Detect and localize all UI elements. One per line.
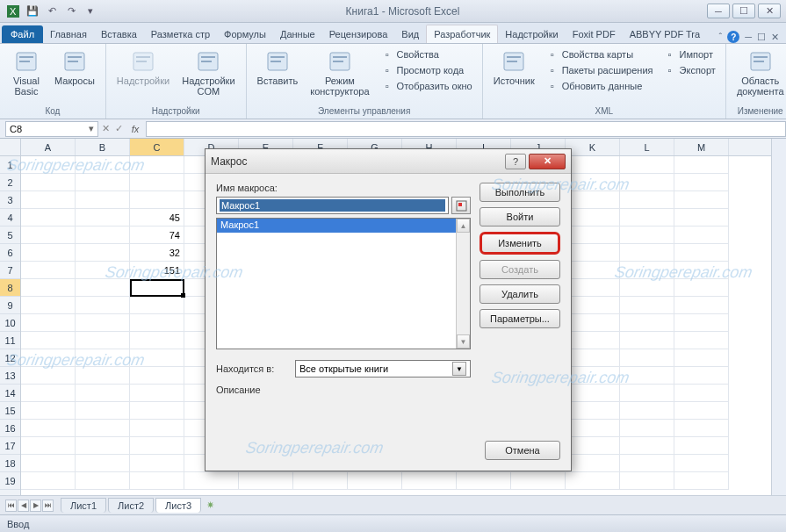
cell-C14[interactable] [130, 385, 184, 402]
cell-M14[interactable] [674, 385, 729, 402]
macro-list-scrollbar[interactable]: ▲ ▼ [456, 219, 470, 349]
cell-L13[interactable] [620, 367, 674, 385]
cell-K19[interactable] [566, 472, 620, 490]
cell-A9[interactable] [21, 297, 76, 314]
dropdown-icon[interactable]: ▼ [452, 362, 466, 376]
name-box[interactable]: C8 ▾ [5, 121, 98, 137]
cell-L19[interactable] [620, 472, 674, 490]
macros-button[interactable]: Макросы [51, 47, 98, 88]
cell-K10[interactable] [566, 314, 620, 332]
row-header-9[interactable]: 9 [0, 297, 20, 314]
refresh-data-button[interactable]: ▫Обновить данные [544, 79, 656, 93]
cell-M8[interactable] [674, 279, 729, 297]
cell-K8[interactable] [566, 279, 620, 297]
cell-A14[interactable] [21, 385, 76, 402]
col-header-L[interactable]: L [620, 139, 674, 155]
cell-A7[interactable] [21, 262, 76, 279]
cell-E19[interactable] [239, 472, 293, 490]
edit-button[interactable]: Изменить [480, 232, 560, 255]
cell-C7[interactable]: 151 [130, 262, 184, 279]
cell-L18[interactable] [620, 455, 674, 472]
cell-M5[interactable] [674, 226, 729, 244]
undo-icon[interactable]: ↶ [44, 4, 60, 19]
tab-разметка стр[interactable]: Разметка стр [144, 25, 217, 43]
cell-C5[interactable]: 74 [130, 226, 184, 244]
tab-file[interactable]: Файл [2, 25, 43, 43]
cell-B16[interactable] [76, 420, 130, 437]
cell-M10[interactable] [674, 314, 729, 332]
maximize-button[interactable]: ☐ [732, 4, 755, 18]
cell-B14[interactable] [76, 385, 130, 402]
sheet-last-icon[interactable]: ⏭ [42, 500, 54, 512]
cell-L17[interactable] [620, 437, 674, 455]
cell-C15[interactable] [130, 402, 184, 420]
row-header-15[interactable]: 15 [0, 402, 20, 420]
row-header-6[interactable]: 6 [0, 244, 20, 262]
cell-M19[interactable] [674, 472, 729, 490]
import-button[interactable]: ▫Импорт [661, 47, 718, 61]
cell-K3[interactable] [566, 191, 620, 209]
cell-A11[interactable] [21, 332, 76, 349]
cell-K12[interactable] [566, 349, 620, 367]
tab-разработчик[interactable]: Разработчик [426, 25, 498, 43]
tab-рецензирова[interactable]: Рецензирова [322, 25, 395, 43]
cell-L12[interactable] [620, 349, 674, 367]
cell-C3[interactable] [130, 191, 184, 209]
cell-M11[interactable] [674, 332, 729, 349]
row-header-10[interactable]: 10 [0, 314, 20, 332]
cancel-formula-icon[interactable]: ✕ [98, 123, 113, 134]
cell-C17[interactable] [130, 437, 184, 455]
cell-C12[interactable] [130, 349, 184, 367]
map-props-button[interactable]: ▫Свойства карты [544, 47, 656, 61]
view-code-button[interactable]: ▫Просмотр кода [379, 63, 475, 77]
cell-M6[interactable] [674, 244, 729, 262]
sheet-next-icon[interactable]: ▶ [30, 500, 41, 512]
subwin-min-icon[interactable]: ─ [745, 32, 752, 42]
close-button[interactable]: ✕ [758, 4, 781, 18]
subwin-max-icon[interactable]: ☐ [757, 32, 766, 43]
step-into-button[interactable]: Войти [480, 207, 560, 226]
col-header-B[interactable]: B [76, 139, 130, 155]
cell-K6[interactable] [566, 244, 620, 262]
cell-L11[interactable] [620, 332, 674, 349]
redo-icon[interactable]: ↷ [63, 4, 79, 19]
macro-list[interactable]: Макрос1 ▲ ▼ [216, 218, 471, 349]
row-header-7[interactable]: 7 [0, 262, 20, 279]
cell-B3[interactable] [76, 191, 130, 209]
sheet-tab-Лист3[interactable]: Лист3 [155, 498, 201, 513]
accept-formula-icon[interactable]: ✓ [113, 123, 125, 134]
sheet-first-icon[interactable]: ⏮ [5, 500, 17, 512]
cell-K15[interactable] [566, 402, 620, 420]
cell-L2[interactable] [620, 174, 674, 191]
cell-A10[interactable] [21, 314, 76, 332]
cell-M2[interactable] [674, 174, 729, 191]
tab-вставка[interactable]: Вставка [94, 25, 144, 43]
cell-L14[interactable] [620, 385, 674, 402]
new-sheet-icon[interactable]: ✷ [206, 500, 214, 511]
cell-A1[interactable] [21, 156, 76, 174]
row-header-11[interactable]: 11 [0, 332, 20, 349]
delete-button[interactable]: Удалить [480, 284, 560, 304]
cell-K13[interactable] [566, 367, 620, 385]
cell-K14[interactable] [566, 385, 620, 402]
cell-B13[interactable] [76, 367, 130, 385]
dialog-close-button[interactable]: ✕ [529, 154, 566, 169]
cell-B2[interactable] [76, 174, 130, 191]
cell-B8[interactable] [76, 279, 130, 297]
cell-M12[interactable] [674, 349, 729, 367]
cell-B7[interactable] [76, 262, 130, 279]
tab-надстройки[interactable]: Надстройки [498, 25, 565, 43]
cell-L4[interactable] [620, 209, 674, 226]
cell-C18[interactable] [130, 455, 184, 472]
cell-A5[interactable] [21, 226, 76, 244]
document-panel-button[interactable]: Область документа [733, 47, 786, 98]
cell-L6[interactable] [620, 244, 674, 262]
cell-L3[interactable] [620, 191, 674, 209]
cell-C16[interactable] [130, 420, 184, 437]
col-header-M[interactable]: M [674, 139, 729, 155]
cell-B6[interactable] [76, 244, 130, 262]
minimize-ribbon-icon[interactable]: ˆ [719, 32, 723, 42]
save-icon[interactable]: 💾 [25, 4, 40, 19]
cell-C19[interactable] [130, 472, 184, 490]
export-button[interactable]: ▫Экспорт [661, 63, 718, 77]
